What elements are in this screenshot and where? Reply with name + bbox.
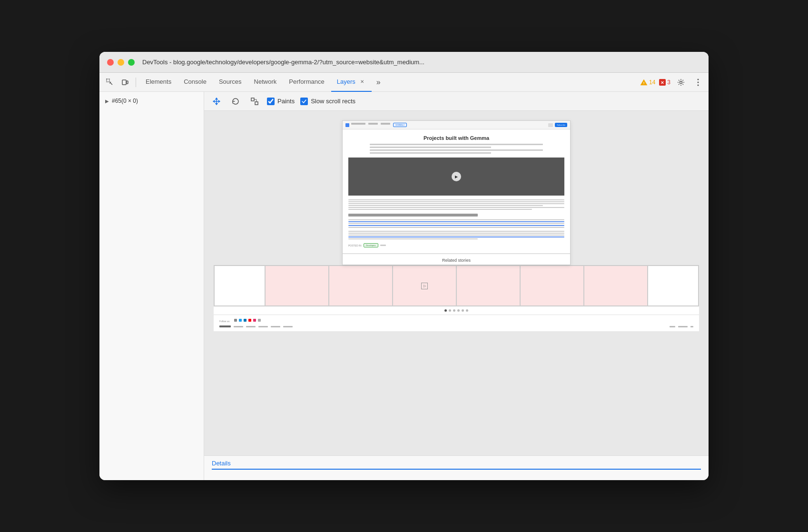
body-line-5 — [348, 207, 564, 208]
svg-rect-1 — [122, 80, 126, 85]
footer-google-logo — [219, 325, 231, 327]
tab-console[interactable]: Console — [178, 73, 212, 92]
tab-layers[interactable]: Layers ✕ — [331, 73, 372, 92]
slow-scroll-rects-checkbox-label[interactable]: Slow scroll rects — [300, 98, 355, 105]
tab-sources[interactable]: Sources — [213, 73, 247, 92]
maximize-button[interactable] — [128, 59, 135, 66]
tab-more-button[interactable]: » — [373, 73, 384, 92]
svg-point-7 — [698, 79, 699, 80]
reset-view-button[interactable] — [248, 95, 261, 108]
main-content: Paints Slow scroll rects — [204, 92, 709, 480]
body-line-link-3 — [348, 236, 564, 237]
body-line-link-2 — [348, 225, 564, 226]
layers-tab-close[interactable]: ✕ — [358, 78, 366, 86]
page-content-top: Projects built with Gemma ▶ — [343, 129, 570, 253]
body-line-11 — [348, 233, 564, 234]
tab-performance[interactable]: Performance — [283, 73, 330, 92]
details-tab[interactable]: Details — [212, 460, 701, 470]
sidebar-arrow: ▶ — [105, 99, 109, 104]
nav-item-active: GEMMA-2 — [393, 123, 407, 127]
body-line-9 — [348, 227, 564, 228]
page-heading-projects: Projects built with Gemma — [348, 135, 564, 141]
play-button: ▶ — [452, 172, 461, 181]
paints-checkbox[interactable] — [267, 98, 275, 105]
svg-point-6 — [680, 81, 682, 83]
subscribe-btn-sim: Subscribe — [555, 123, 567, 127]
body-line-12 — [348, 235, 564, 236]
svg-rect-2 — [127, 81, 128, 84]
body-line-3 — [348, 203, 564, 204]
devtools-window: DevTools - blog.google/technology/develo… — [99, 52, 709, 480]
nav-item-2 — [368, 123, 378, 125]
search-sim — [548, 123, 553, 127]
tab-elements[interactable]: Elements — [140, 73, 177, 92]
tab-bar: Elements Console Sources Network Perform… — [140, 73, 638, 92]
body-line-10 — [348, 231, 564, 232]
move-tool-button[interactable] — [210, 95, 223, 108]
tab-network[interactable]: Network — [248, 73, 283, 92]
google-logo-sim — [345, 123, 349, 127]
text-line-2 — [370, 147, 491, 148]
nav-item-1 — [351, 123, 365, 125]
footer-link-4 — [271, 326, 280, 327]
footer-link-1 — [234, 326, 243, 327]
body-line-13 — [348, 238, 478, 239]
slow-scroll-checkbox-indicator — [300, 98, 308, 105]
body-text-3 — [348, 231, 564, 239]
social-5 — [253, 319, 256, 322]
footer-bar: Follow us: — [214, 315, 699, 331]
dot-4 — [457, 309, 460, 312]
dot-6 — [466, 309, 468, 312]
layers-toolbar: Paints Slow scroll rects — [204, 92, 709, 111]
nav-items: GEMMA-2 — [351, 123, 407, 127]
body-text-1 — [348, 199, 564, 210]
pink-card-5 — [520, 266, 584, 306]
social-6 — [258, 319, 261, 322]
footer-right-item-2 — [678, 326, 688, 327]
related-stories-label: Related stories — [343, 254, 570, 265]
dot-3 — [453, 309, 455, 312]
devtools-toolbar: Elements Console Sources Network Perform… — [99, 73, 709, 92]
footer-right-item-1 — [670, 326, 675, 327]
footer-link-2 — [246, 326, 256, 327]
footer-right-item-3 — [690, 326, 693, 327]
footer-social-row: Follow us: — [219, 319, 693, 324]
posted-by: POSTED IN: Developers — [348, 243, 564, 247]
text-line-3 — [370, 149, 542, 151]
body-line-8 — [348, 223, 564, 224]
pink-cards-container: ▷ — [214, 265, 699, 306]
minimize-button[interactable] — [118, 59, 124, 66]
social-icons — [234, 319, 261, 322]
toolbar-divider — [136, 78, 136, 87]
more-options-button[interactable] — [691, 76, 705, 89]
card-empty-right — [648, 266, 699, 306]
settings-button[interactable] — [674, 76, 688, 89]
webpage-preview: GEMMA-2 Subscribe Projects built with Ge… — [204, 111, 709, 455]
card-empty-left — [214, 266, 265, 306]
footer-link-5 — [283, 326, 293, 327]
svg-point-8 — [698, 81, 699, 83]
title-bar: DevTools - blog.google/technology/develo… — [99, 52, 709, 73]
footer-left — [219, 325, 293, 327]
paints-checkbox-label[interactable]: Paints — [267, 98, 295, 105]
pink-card-1 — [265, 266, 329, 306]
social-4 — [248, 319, 251, 322]
device-toolbar-button[interactable] — [118, 76, 132, 89]
close-button[interactable] — [107, 59, 114, 66]
pagination-dots — [214, 306, 699, 315]
rotate-tool-button[interactable] — [229, 95, 242, 108]
sidebar-item-root[interactable]: ▶ #65(0 × 0) — [99, 96, 204, 106]
dot-2 — [449, 309, 451, 312]
card-icon: ▷ — [421, 283, 428, 289]
svg-text:!: ! — [643, 81, 645, 85]
error-badge: ✕ 3 — [659, 79, 670, 86]
inspect-element-button[interactable] — [103, 76, 117, 89]
browser-bar: GEMMA-2 Subscribe — [343, 121, 570, 129]
svg-rect-11 — [255, 102, 258, 105]
details-panel: Details — [204, 455, 709, 480]
tag-more — [380, 245, 386, 246]
dot-5 — [462, 309, 464, 312]
footer-link-3 — [258, 326, 268, 327]
layers-viewport[interactable]: GEMMA-2 Subscribe Projects built with Ge… — [204, 111, 709, 455]
svg-rect-0 — [107, 79, 109, 82]
